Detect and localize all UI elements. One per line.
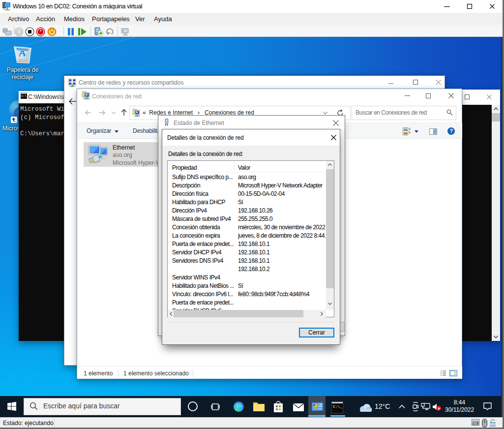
svg-text:C:\_: C:\_	[333, 404, 342, 409]
svg-text:C:\: C:\	[21, 94, 27, 98]
